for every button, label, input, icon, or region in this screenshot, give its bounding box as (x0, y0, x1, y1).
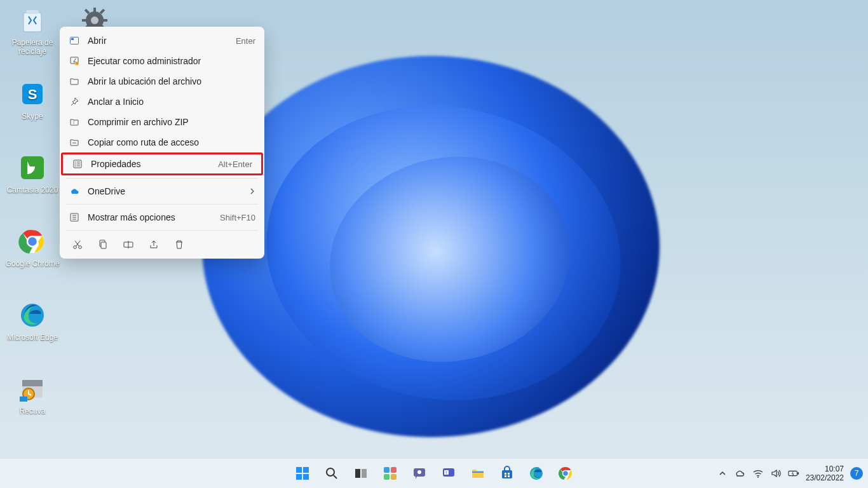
onedrive-tray-icon[interactable] (735, 468, 746, 479)
svg-rect-41 (384, 467, 390, 473)
context-menu-separator (66, 204, 258, 205)
pin-icon (69, 96, 80, 107)
svg-rect-42 (391, 467, 397, 473)
context-menu-icon-row (60, 233, 264, 255)
svg-point-3 (91, 17, 98, 24)
recuva-icon (17, 374, 48, 404)
edge-taskbar-button[interactable] (524, 461, 549, 486)
context-menu-hint: Enter (236, 36, 255, 46)
svg-rect-50 (472, 471, 484, 473)
context-menu-item-pin-start[interactable]: Anclar a Inicio (60, 92, 264, 112)
task-view-button[interactable] (348, 461, 374, 486)
taskbar-center: T (290, 461, 578, 486)
admin-icon (69, 55, 80, 67)
svg-rect-37 (303, 474, 309, 480)
svg-rect-52 (505, 473, 506, 475)
context-menu-item-copy-path[interactable]: Copiar como ruta de acceso (60, 132, 264, 152)
desktop-icon-label: Google Chrome (6, 259, 60, 268)
svg-rect-34 (296, 467, 302, 473)
svg-rect-51 (502, 470, 512, 478)
svg-rect-55 (508, 475, 510, 477)
volume-icon[interactable] (770, 468, 782, 479)
context-menu-label: Mostrar más opciones (88, 212, 212, 222)
context-menu-item-open[interactable]: Abrir Enter (60, 30, 264, 51)
delete-icon[interactable] (173, 238, 186, 251)
cut-icon[interactable] (71, 238, 84, 251)
widgets-button[interactable] (377, 461, 403, 486)
svg-rect-39 (355, 469, 360, 478)
desktop-icon-edge[interactable]: Microsoft Edge (4, 300, 61, 342)
camtasia-icon (17, 152, 48, 183)
chrome-taskbar-button[interactable] (553, 461, 578, 486)
context-menu-separator (66, 178, 258, 179)
rename-icon[interactable] (122, 238, 135, 251)
svg-rect-6 (82, 19, 87, 22)
search-button[interactable] (319, 461, 344, 486)
context-menu-item-onedrive[interactable]: OneDrive (60, 181, 264, 201)
context-menu-item-properties[interactable]: Propiedades Alt+Enter (63, 154, 261, 173)
store-button[interactable] (494, 461, 520, 486)
desktop-icon-recycle-bin[interactable]: Papelera de reciclaje (4, 5, 61, 56)
svg-rect-8 (85, 9, 90, 14)
wifi-icon[interactable] (752, 468, 764, 479)
svg-rect-10 (100, 9, 105, 14)
svg-rect-32 (101, 242, 106, 248)
desktop-icon-skype[interactable]: S Skype (4, 79, 61, 121)
desktop-icon-recuva[interactable]: Recuva (4, 374, 61, 416)
desktop-icon-label: Microsoft Edge (7, 333, 58, 342)
context-menu-item-compress-zip[interactable]: Comprimir en archivo ZIP (60, 112, 264, 132)
chrome-icon (17, 226, 48, 257)
start-button[interactable] (290, 461, 315, 486)
notification-badge[interactable]: 7 (850, 467, 863, 480)
task-view-icon (353, 466, 369, 481)
desktop-icon-camtasia[interactable]: Camtasia 2020 (4, 152, 61, 194)
context-menu-item-more-options[interactable]: Mostrar más opciones Shift+F10 (60, 207, 264, 227)
desktop-icon-label: Recuva (20, 407, 46, 416)
share-icon[interactable] (147, 238, 160, 251)
clock-time: 10:07 (806, 464, 844, 473)
context-menu-item-run-admin[interactable]: Ejecutar como administrador (60, 51, 264, 71)
skype-icon: S (17, 79, 48, 109)
context-menu-label: OneDrive (88, 186, 241, 196)
svg-rect-44 (391, 474, 397, 480)
desktop-icon-label: Skype (22, 112, 43, 121)
context-menu-hint: Shift+F10 (220, 213, 255, 222)
chat-button[interactable] (407, 461, 432, 486)
copy-path-icon (69, 137, 80, 148)
svg-point-60 (757, 477, 759, 478)
copy-icon[interactable] (97, 238, 109, 251)
store-icon (499, 466, 515, 481)
context-menu-label: Anclar a Inicio (88, 97, 255, 107)
teams-button[interactable]: T (436, 461, 461, 486)
svg-rect-0 (24, 13, 41, 32)
context-menu-label: Propiedades (91, 159, 210, 169)
svg-rect-62 (797, 472, 799, 475)
svg-rect-7 (102, 19, 107, 22)
recycle-bin-icon (17, 5, 48, 36)
file-explorer-button[interactable] (465, 461, 491, 486)
file-explorer-icon (470, 466, 485, 481)
context-menu: Abrir Enter Ejecutar como administrador … (60, 27, 264, 259)
chevron-up-icon[interactable] (717, 468, 728, 479)
context-menu-item-open-location[interactable]: Abrir la ubicación del archivo (60, 71, 264, 92)
search-icon (325, 466, 339, 480)
svg-rect-4 (93, 8, 96, 13)
clock-date: 23/02/2022 (806, 473, 844, 482)
context-menu-separator (66, 230, 258, 231)
teams-icon: T (441, 466, 456, 481)
taskbar: T 10:07 23/02/2022 7 (0, 458, 868, 488)
battery-icon[interactable] (788, 468, 799, 479)
taskbar-clock[interactable]: 10:07 23/02/2022 (806, 464, 844, 482)
svg-rect-1 (26, 10, 39, 14)
folder-open-icon (69, 76, 80, 87)
svg-rect-43 (384, 474, 390, 480)
context-menu-label: Abrir (88, 36, 228, 46)
context-menu-label: Ejecutar como administrador (88, 56, 255, 66)
svg-rect-36 (296, 474, 302, 480)
svg-rect-20 (22, 380, 43, 386)
context-menu-hint: Alt+Enter (218, 159, 252, 169)
svg-text:T: T (445, 471, 448, 475)
context-menu-item-properties-highlight: Propiedades Alt+Enter (61, 152, 263, 175)
system-tray: 10:07 23/02/2022 7 (717, 464, 863, 482)
desktop-icon-chrome[interactable]: Google Chrome (4, 226, 61, 268)
